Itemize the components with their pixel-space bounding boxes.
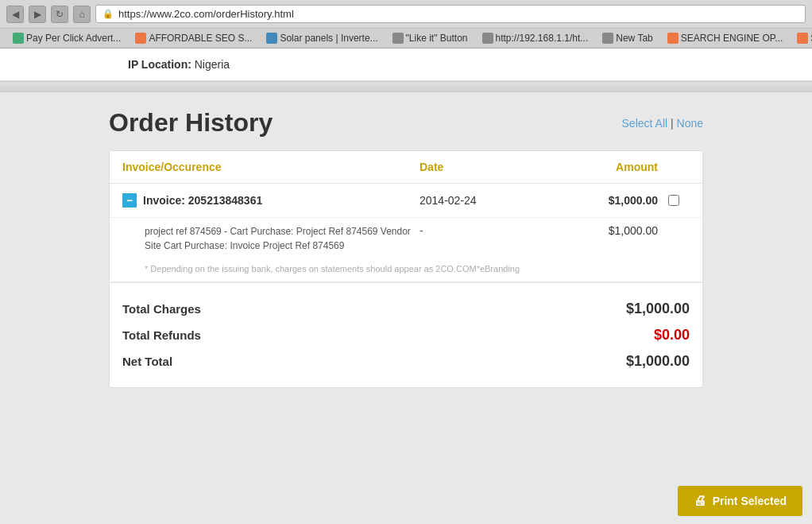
horizontal-scrollbar[interactable] — [0, 81, 812, 92]
ip-location-bar: IP Location: Nigeria — [0, 49, 812, 81]
select-links: Select All | None — [622, 117, 703, 130]
invoice-row: − Invoice: 205213848361 2014-02-24 $1,00… — [110, 184, 702, 283]
invoice-number: Invoice: 205213848361 — [143, 194, 262, 207]
bookmark-favicon-8 — [797, 33, 808, 44]
bookmark-label-7: SEARCH ENGINE OP... — [681, 33, 783, 44]
collapse-button[interactable]: − — [122, 193, 137, 208]
bookmark-2[interactable]: AFFORDABLE SEO S... — [129, 31, 258, 45]
address-bar[interactable]: 🔒 https://www.2co.com/orderHistory.html — [95, 5, 806, 23]
bookmark-3[interactable]: Solar panels | Inverte... — [260, 31, 384, 45]
print-selected-button[interactable]: 🖨 Print Selected — [678, 486, 802, 510]
invoice-checkbox[interactable] — [668, 195, 679, 206]
home-button[interactable]: ⌂ — [73, 6, 91, 23]
bookmark-label-2: AFFORDABLE SEO S... — [149, 33, 252, 44]
invoice-main-row: − Invoice: 205213848361 2014-02-24 $1,00… — [110, 184, 702, 218]
invoice-detail-row: project ref 874569 - Cart Purchase: Proj… — [110, 218, 702, 259]
refresh-button[interactable]: ↻ — [51, 6, 68, 23]
ip-location-label: IP Location: — [128, 58, 191, 71]
bookmark-favicon-6 — [602, 33, 613, 44]
bookmark-6[interactable]: New Tab — [596, 31, 659, 45]
net-total-label: Net Total — [122, 355, 172, 368]
net-total-value: $1,000.00 — [626, 353, 690, 370]
bookmark-favicon-7 — [667, 33, 679, 44]
invoice-notice: * Depending on the issuing bank, charges… — [110, 259, 702, 282]
total-refunds-label: Total Refunds — [122, 328, 201, 342]
bookmark-5[interactable]: http://192.168.1.1/ht... — [476, 31, 595, 45]
bookmark-favicon-1 — [13, 33, 24, 44]
bookmark-favicon-5 — [482, 33, 493, 44]
collapse-icon: − — [126, 195, 133, 206]
bookmarks-bar: Pay Per Click Advert... AFFORDABLE SEO S… — [0, 28, 812, 48]
none-link[interactable]: None — [677, 117, 703, 130]
bookmark-7[interactable]: SEARCH ENGINE OP... — [661, 31, 789, 45]
back-button[interactable]: ◀ — [6, 6, 24, 23]
invoice-checkbox-cell[interactable] — [658, 195, 690, 206]
invoice-date: 2014-02-24 — [420, 194, 547, 207]
browser-chrome: ◀ ▶ ↻ ⌂ 🔒 https://www.2co.com/orderHisto… — [0, 0, 812, 49]
invoice-amount: $1,000.00 — [547, 194, 658, 207]
net-total-row: Net Total $1,000.00 — [122, 348, 690, 375]
separator: | — [671, 117, 677, 130]
url-text: https://www.2co.com/orderHistory.html — [118, 8, 294, 20]
bookmark-4[interactable]: "Like it" Button — [386, 31, 474, 45]
ip-location-value: Nigeria — [195, 58, 230, 71]
totals-section: Total Charges $1,000.00 Total Refunds $0… — [110, 283, 702, 387]
bookmark-label-5: http://192.168.1.1/ht... — [496, 33, 589, 44]
print-btn-container: 🖨 Print Selected — [668, 478, 812, 510]
invoice-description: project ref 874569 - Cart Purchase: Proj… — [145, 224, 420, 253]
bookmark-1[interactable]: Pay Per Click Advert... — [6, 31, 127, 45]
header-checkbox-col — [658, 161, 690, 173]
bookmark-favicon-3 — [266, 33, 277, 44]
select-all-link[interactable]: Select All — [622, 117, 668, 130]
total-charges-value: $1,000.00 — [626, 301, 690, 317]
invoice-detail-date: - — [420, 224, 547, 253]
page-title: Order History — [109, 108, 273, 138]
printer-icon: 🖨 — [694, 494, 706, 508]
total-charges-row: Total Charges $1,000.00 — [122, 296, 690, 322]
page-background: IP Location: Nigeria Order History Selec… — [0, 49, 812, 510]
bookmark-8[interactable]: SEO OPTIN... — [791, 31, 812, 45]
forward-button[interactable]: ▶ — [29, 6, 46, 23]
total-refunds-row: Total Refunds $0.00 — [122, 322, 690, 348]
total-refunds-value: $0.00 — [654, 327, 690, 344]
order-history-header: Order History Select All | None — [109, 108, 703, 138]
total-charges-label: Total Charges — [122, 302, 201, 316]
bookmark-label-6: New Tab — [616, 33, 652, 44]
invoice-detail-checkbox-col — [658, 224, 690, 253]
invoice-detail-amount: $1,000.00 — [547, 224, 658, 253]
header-date: Date — [420, 161, 547, 173]
bookmark-label-3: Solar panels | Inverte... — [280, 33, 377, 44]
print-button-label: Print Selected — [713, 495, 787, 507]
header-invoice: Invoice/Occurence — [122, 161, 420, 173]
header-amount: Amount — [547, 161, 658, 173]
invoice-label-cell: − Invoice: 205213848361 — [122, 193, 420, 208]
browser-toolbar: ◀ ▶ ↻ ⌂ 🔒 https://www.2co.com/orderHisto… — [0, 0, 812, 28]
table-header: Invoice/Occurence Date Amount — [110, 151, 702, 184]
bookmark-label-1: Pay Per Click Advert... — [26, 33, 121, 44]
bookmark-label-4: "Like it" Button — [406, 33, 468, 44]
order-card: Invoice/Occurence Date Amount − Invoice:… — [109, 150, 703, 388]
main-content: Order History Select All | None Invoice/… — [96, 92, 716, 452]
lock-icon: 🔒 — [102, 9, 114, 19]
bookmark-favicon-4 — [392, 33, 404, 44]
bookmark-favicon-2 — [135, 33, 146, 44]
